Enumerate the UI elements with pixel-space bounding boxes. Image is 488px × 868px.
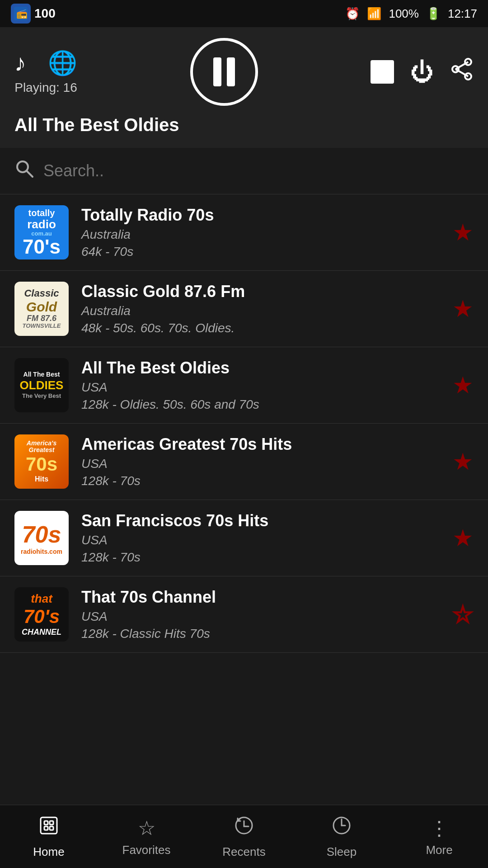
list-item[interactable]: America's Greatest 70s Hits Americas Gre… bbox=[0, 424, 488, 500]
share-button[interactable] bbox=[450, 57, 474, 86]
status-bar: 📻 100 ⏰ 📶 100% 🔋 12:17 bbox=[0, 0, 488, 27]
station-info: San Franciscos 70s Hits USA 128k - 70s bbox=[81, 511, 440, 565]
station-logo: All The Best OLDIES The Very Best bbox=[14, 358, 69, 412]
list-item[interactable]: 70s radiohits.com San Franciscos 70s Hit… bbox=[0, 500, 488, 576]
station-logo: totally radio com.au 70's bbox=[14, 205, 69, 259]
station-info: Totally Radio 70s Australia 64k - 70s bbox=[81, 206, 440, 259]
pause-bar-right bbox=[227, 57, 235, 86]
search-bar bbox=[0, 148, 488, 194]
music-note-icon[interactable]: ♪ bbox=[14, 49, 26, 77]
recents-icon bbox=[233, 815, 255, 841]
search-input[interactable] bbox=[43, 161, 474, 180]
list-item[interactable]: Classic Gold FM 87.6 TOWNSVILLE Classic … bbox=[0, 271, 488, 347]
station-name: San Franciscos 70s Hits bbox=[81, 511, 440, 530]
list-item[interactable]: that 70's CHANNEL That 70s Channel USA 1… bbox=[0, 576, 488, 653]
station-country: Australia bbox=[81, 227, 440, 242]
search-icon bbox=[14, 159, 34, 183]
favorite-star[interactable]: ★ bbox=[452, 372, 474, 399]
nav-more-label: More bbox=[426, 843, 452, 857]
favorite-star[interactable]: ★ bbox=[452, 448, 474, 475]
power-button[interactable]: ⏻ bbox=[410, 58, 434, 85]
player-left-icons: ♪ 🌐 bbox=[14, 49, 77, 77]
svg-line-8 bbox=[27, 171, 33, 177]
station-logo: that 70's CHANNEL bbox=[14, 587, 69, 642]
wifi-icon: 📶 bbox=[367, 7, 381, 21]
station-info: All The Best Oldies USA 128k - Oldies. 5… bbox=[81, 359, 440, 412]
station-name: Americas Greatest 70s Hits bbox=[81, 435, 440, 454]
nav-favorites[interactable]: ☆ Favorites bbox=[98, 816, 195, 857]
station-list: totally radio com.au 70's Totally Radio … bbox=[0, 194, 488, 805]
station-meta: 64k - 70s bbox=[81, 245, 440, 259]
list-item[interactable]: totally radio com.au 70's Totally Radio … bbox=[0, 194, 488, 271]
alarm-icon: ⏰ bbox=[345, 7, 360, 21]
playing-label: Playing: 16 bbox=[14, 80, 77, 95]
player-right-icons: ⏻ bbox=[371, 57, 474, 86]
favorites-icon: ☆ bbox=[138, 816, 155, 840]
sleep-icon bbox=[331, 815, 352, 841]
nav-home-label: Home bbox=[33, 845, 64, 859]
favorite-star[interactable]: ★ bbox=[452, 295, 474, 322]
pause-icon bbox=[213, 57, 235, 86]
player-header: ♪ 🌐 Playing: 16 ⏻ bbox=[0, 27, 488, 148]
list-item[interactable]: All The Best OLDIES The Very Best All Th… bbox=[0, 347, 488, 424]
svg-rect-9 bbox=[41, 817, 57, 834]
svg-rect-11 bbox=[50, 821, 53, 825]
favorite-star[interactable]: ★ bbox=[452, 219, 474, 246]
status-app-number: 100 bbox=[34, 6, 56, 21]
nav-recents[interactable]: Recents bbox=[195, 815, 293, 859]
favorite-star-empty[interactable]: ☆ bbox=[452, 601, 474, 628]
station-info: Classic Gold 87.6 Fm Australia 48k - 50s… bbox=[81, 282, 440, 335]
station-name: All The Best Oldies bbox=[81, 359, 440, 377]
svg-rect-10 bbox=[44, 821, 48, 825]
station-meta: 48k - 50s. 60s. 70s. Oldies. bbox=[81, 321, 440, 335]
app-icon: 📻 bbox=[11, 4, 31, 24]
clock-time: 12:17 bbox=[448, 7, 477, 21]
nav-sleep-label: Sleep bbox=[327, 845, 357, 859]
nav-recents-label: Recents bbox=[222, 845, 265, 859]
bottom-nav: Home ☆ Favorites Recents Sleep ⋮ More bbox=[0, 805, 488, 868]
svg-line-6 bbox=[455, 69, 468, 76]
station-country: USA bbox=[81, 457, 440, 471]
globe-icon[interactable]: 🌐 bbox=[48, 49, 77, 77]
current-station-title: All The Best Oldies bbox=[14, 115, 474, 135]
svg-rect-13 bbox=[50, 826, 53, 830]
station-logo: Classic Gold FM 87.6 TOWNSVILLE bbox=[14, 282, 69, 336]
station-country: Australia bbox=[81, 304, 440, 318]
station-logo: 70s radiohits.com bbox=[14, 511, 69, 565]
pause-bar-left bbox=[213, 57, 221, 86]
battery-icon: 🔋 bbox=[426, 7, 441, 21]
main-content: ♪ 🌐 Playing: 16 ⏻ bbox=[0, 27, 488, 805]
svg-rect-12 bbox=[44, 826, 48, 830]
station-meta: 128k - Classic Hits 70s bbox=[81, 627, 440, 641]
nav-more[interactable]: ⋮ More bbox=[390, 816, 488, 857]
station-country: USA bbox=[81, 609, 440, 624]
nav-favorites-label: Favorites bbox=[122, 843, 171, 857]
station-meta: 128k - 70s bbox=[81, 474, 440, 488]
svg-line-5 bbox=[455, 62, 468, 69]
station-logo: America's Greatest 70s Hits bbox=[14, 434, 69, 489]
svg-text:📻: 📻 bbox=[16, 8, 28, 19]
station-country: USA bbox=[81, 533, 440, 547]
favorite-star[interactable]: ★ bbox=[452, 524, 474, 552]
nav-home[interactable]: Home bbox=[0, 815, 98, 859]
status-right: ⏰ 📶 100% 🔋 12:17 bbox=[345, 7, 477, 21]
more-icon: ⋮ bbox=[429, 816, 449, 840]
station-name: That 70s Channel bbox=[81, 588, 440, 607]
pause-button[interactable] bbox=[190, 38, 258, 106]
player-left-section: ♪ 🌐 Playing: 16 bbox=[14, 49, 77, 95]
station-info: Americas Greatest 70s Hits USA 128k - 70… bbox=[81, 435, 440, 488]
player-controls-row: ♪ 🌐 Playing: 16 ⏻ bbox=[14, 38, 474, 106]
station-name: Classic Gold 87.6 Fm bbox=[81, 282, 440, 301]
status-app-info: 📻 100 bbox=[11, 4, 56, 24]
station-country: USA bbox=[81, 380, 440, 395]
station-meta: 128k - Oldies. 50s. 60s and 70s bbox=[81, 397, 440, 412]
nav-sleep[interactable]: Sleep bbox=[293, 815, 390, 859]
stop-button[interactable] bbox=[371, 60, 394, 84]
station-info: That 70s Channel USA 128k - Classic Hits… bbox=[81, 588, 440, 641]
home-icon bbox=[38, 815, 60, 841]
station-name: Totally Radio 70s bbox=[81, 206, 440, 225]
station-meta: 128k - 70s bbox=[81, 550, 440, 565]
battery-percent: 100% bbox=[389, 7, 419, 21]
